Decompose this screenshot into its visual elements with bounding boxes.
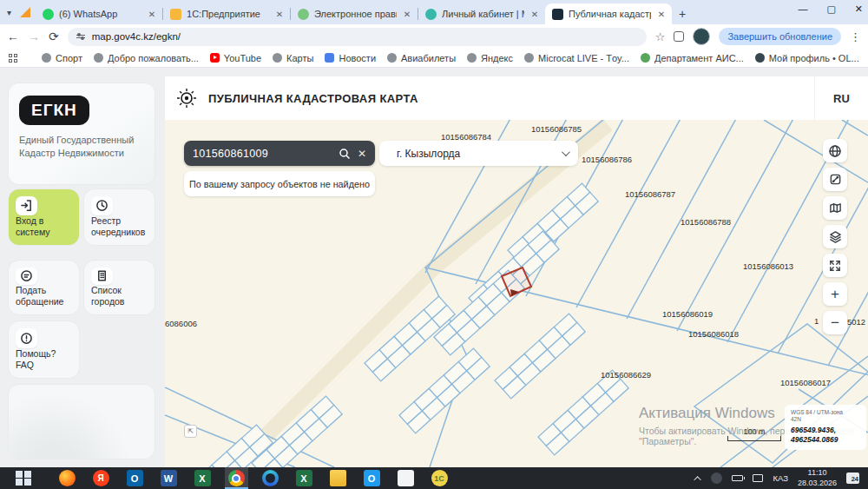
tab-search-chevron-icon[interactable]: ▾ <box>7 8 11 17</box>
cadastral-label: 10156086013 <box>743 261 793 271</box>
taskbar-outlook-icon[interactable]: O <box>123 467 147 489</box>
bookmark-microcat[interactable]: Microcat LIVE - Тoy... <box>524 53 629 63</box>
tab-myegov[interactable]: Личный кабинет | My.Egov ✕ <box>418 3 545 24</box>
taskbar-file-explorer-icon[interactable] <box>326 467 350 489</box>
tab-whatsapp[interactable]: (6) WhatsApp ✕ <box>36 3 162 24</box>
news-favicon <box>325 53 334 63</box>
taskbar-excel-icon[interactable]: X <box>191 467 214 489</box>
cadastral-search-input[interactable]: 101560861009 ✕ <box>184 141 375 166</box>
keyboard-language[interactable]: КАЗ <box>773 473 788 483</box>
taskbar-firefox-icon[interactable] <box>56 467 79 489</box>
tab-close-icon[interactable]: ✕ <box>656 10 667 19</box>
attribution-button[interactable]: ⇱ <box>184 425 197 438</box>
browser-tabstrip: ▾ (6) WhatsApp ✕ 1С:Предприятие ✕ Электр… <box>0 0 868 24</box>
bookmark-welcome[interactable]: Добро пожаловать... <box>94 53 199 63</box>
finish-update-button[interactable]: Завершить обновление <box>719 28 841 45</box>
window-close-button[interactable]: ✕ <box>855 3 863 15</box>
taskbar-excel-2-icon[interactable]: X <box>293 467 316 489</box>
tab-close-icon[interactable]: ✕ <box>274 10 285 19</box>
sidebar-item-city-list[interactable]: Список городов <box>84 261 155 314</box>
cadastral-label: 10156086017 <box>780 378 831 387</box>
cadastral-label: 1 <box>814 316 819 326</box>
bookmark-sport[interactable]: Спорт <box>42 53 82 63</box>
zoom-out-button[interactable]: − <box>823 311 847 334</box>
egkn-subtitle: Единый Государственный Кадастр Недвижимо… <box>19 134 144 160</box>
cadastral-label: 10156086787 <box>625 189 675 199</box>
sidebar-decorative-card <box>9 385 155 459</box>
coordinates-box: WGS 84 / UTM-зона42N 696549.9436,4962544… <box>785 405 866 450</box>
chat-icon <box>16 268 37 285</box>
egkn-brand-card: ЕГКН Единый Государственный Кадастр Недв… <box>9 83 155 184</box>
taskbar-chrome-icon-active[interactable] <box>225 467 248 489</box>
apps-grid-icon[interactable] <box>9 54 17 63</box>
bookmark-maps[interactable]: Карты <box>273 53 313 63</box>
cadastral-label: 10156086786 <box>582 155 632 164</box>
window-minimize-button[interactable]: — <box>798 3 807 15</box>
screen: ▾ (6) WhatsApp ✕ 1С:Предприятие ✕ Электр… <box>0 0 868 489</box>
display-icon[interactable] <box>753 474 763 482</box>
browser-menu-icon[interactable]: ⋮ <box>850 30 861 43</box>
tab-cadastral-map-active[interactable]: Публичная кадастровая карта ✕ <box>545 3 672 24</box>
bookmark-profile[interactable]: Мой профиль • OL... <box>755 53 859 63</box>
cadastral-label: 10156086018 <box>688 329 739 339</box>
new-tab-button[interactable]: + <box>679 7 686 21</box>
department-favicon <box>641 53 650 63</box>
notification-center-icon[interactable]: 24 <box>846 472 859 484</box>
back-button[interactable]: ← <box>7 30 19 43</box>
taskbar-outlook-2-icon[interactable]: O <box>360 467 384 489</box>
fullscreen-button[interactable] <box>823 254 847 277</box>
bookmark-youtube[interactable]: YouTube <box>210 53 261 63</box>
bookmark-yandex[interactable]: Яндекс <box>467 53 513 63</box>
window-maximize-button[interactable]: ▢ <box>826 3 835 15</box>
tab-egov[interactable]: Электронное правительство Р ✕ <box>291 3 418 24</box>
sidebar-item-help-faq[interactable]: Помощь? FAQ <box>9 321 79 378</box>
profile-avatar[interactable] <box>693 28 710 45</box>
measure-button[interactable] <box>823 168 847 191</box>
bookmark-star-icon[interactable]: ☆ <box>655 30 666 43</box>
layers-button[interactable] <box>823 225 847 248</box>
bookmark-tickets[interactable]: Авиабилеты <box>387 53 456 63</box>
reading-list-icon[interactable] <box>674 31 684 42</box>
globe-favicon <box>467 53 477 63</box>
site-settings-icon[interactable] <box>76 35 85 39</box>
language-switcher[interactable]: RU <box>814 76 868 120</box>
tab-close-icon[interactable]: ✕ <box>402 10 412 19</box>
tray-expand-icon[interactable] <box>694 476 701 483</box>
login-icon <box>16 196 37 215</box>
sidebar-item-login[interactable]: Вход в систему <box>9 189 79 245</box>
taskbar-word-icon[interactable]: W <box>157 467 181 489</box>
bookmark-news[interactable]: Новости <box>325 53 376 63</box>
city-dropdown[interactable]: г. Кызылорда <box>379 141 578 166</box>
forward-button[interactable]: → <box>28 30 40 43</box>
tab-close-icon[interactable]: ✕ <box>529 10 540 19</box>
1c-favicon <box>170 9 181 20</box>
basemap-globe-button[interactable] <box>823 139 847 162</box>
sidebar-item-submit-appeal[interactable]: Подать обращение <box>9 261 79 314</box>
map-legend-button[interactable] <box>823 196 847 220</box>
address-bar[interactable]: map.gov4c.kz/egkn/ <box>68 28 647 46</box>
cadastral-label: 5012 <box>847 317 865 327</box>
zoom-in-button[interactable]: + <box>823 282 847 306</box>
globe-favicon <box>524 53 534 63</box>
taskbar-1c-icon[interactable]: 1С <box>428 467 451 489</box>
taskbar-yandex-browser-icon[interactable]: Я <box>89 467 113 489</box>
tab-1c[interactable]: 1С:Предприятие ✕ <box>163 3 290 24</box>
sidebar-item-queue-registry[interactable]: Реестр очередников <box>84 189 155 245</box>
search-icon[interactable] <box>339 148 351 160</box>
clock[interactable]: 11:1028.03.2026 <box>798 468 837 488</box>
clear-search-icon[interactable]: ✕ <box>358 148 366 160</box>
start-button[interactable] <box>16 471 31 486</box>
taskbar-notepad-icon[interactable] <box>394 467 418 489</box>
bookmark-department[interactable]: Департамент АИС... <box>641 53 744 63</box>
reload-button[interactable]: ⟳ <box>49 30 59 43</box>
battery-icon[interactable] <box>732 475 743 481</box>
taskbar-edge-icon[interactable] <box>259 467 282 489</box>
tab-close-icon[interactable]: ✕ <box>147 10 157 19</box>
browser-toolbar: ← → ⟳ map.gov4c.kz/egkn/ ☆ Завершить обн… <box>0 24 868 49</box>
egov-favicon <box>298 9 309 20</box>
tray-app-icon[interactable] <box>711 472 722 484</box>
profile-favicon <box>755 53 765 63</box>
globe-favicon <box>42 53 51 63</box>
map-canvas[interactable]: 10156086784 10156086785 10156086786 1015… <box>165 120 868 467</box>
tab-group-marker-icon[interactable] <box>20 7 30 17</box>
